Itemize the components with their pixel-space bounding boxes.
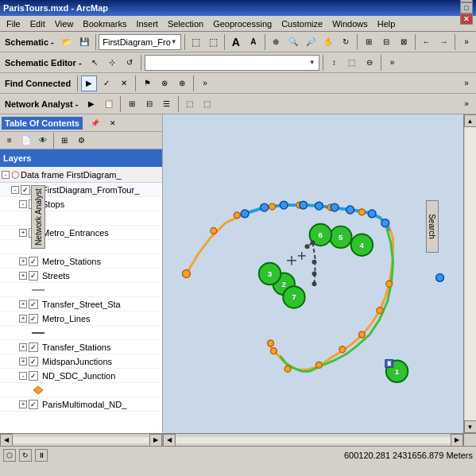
na-btn3[interactable]: ☰ <box>159 96 175 112</box>
frame-expand[interactable]: - <box>2 171 10 179</box>
toc-pin-btn[interactable]: 📌 <box>87 115 103 131</box>
na-solve-btn[interactable]: ▶ <box>83 96 99 112</box>
streets-expand[interactable]: + <box>19 272 27 280</box>
scroll-up-btn[interactable]: ▲ <box>464 114 477 127</box>
tb-select-box[interactable]: ⬚ <box>344 55 360 71</box>
left-scroll-left[interactable]: ◀ <box>0 434 13 447</box>
find-run-btn[interactable]: ▶ <box>81 75 97 91</box>
tb-collapse[interactable]: ⊟ <box>378 34 394 50</box>
zoom-out[interactable]: 🔎 <box>303 34 319 50</box>
find-clear-btn[interactable]: ✕ <box>116 75 132 91</box>
menu-geoprocessing[interactable]: Geoprocessing <box>208 17 277 30</box>
status-btn-2[interactable]: ↻ <box>19 449 32 462</box>
midspan-expand[interactable]: + <box>19 358 27 366</box>
layer-checkbox[interactable]: ✓ <box>21 185 30 195</box>
menu-edit[interactable]: Edit <box>25 17 50 30</box>
open-button[interactable]: 📂 <box>59 34 75 50</box>
tb-expand[interactable]: ⊞ <box>361 34 377 50</box>
find-select-btn[interactable]: ✓ <box>99 75 114 91</box>
save-button[interactable]: 💾 <box>76 34 92 50</box>
tb-btn-1[interactable]: ⬚ <box>188 34 203 50</box>
bottom-scroll-right[interactable]: ▶ <box>451 434 463 447</box>
search-tab[interactable]: Search <box>426 200 439 253</box>
menu-windows[interactable]: Windows <box>327 17 373 30</box>
tb-result[interactable]: ⊕ <box>174 75 190 91</box>
metro-lines-checkbox[interactable]: ✓ <box>29 314 38 323</box>
tb-barrier[interactable]: ⊗ <box>157 75 172 91</box>
editor-vertex[interactable]: ⊹ <box>104 55 120 71</box>
streets-checkbox[interactable]: ✓ <box>29 271 38 281</box>
toc-options[interactable]: ⚙ <box>73 133 89 149</box>
tb-fit[interactable]: ⊠ <box>396 34 412 50</box>
transfer-street-expand[interactable]: + <box>19 300 27 308</box>
na-directions-btn[interactable]: 📋 <box>101 96 117 112</box>
toc-visibility-view[interactable]: 👁 <box>35 133 51 149</box>
close-button[interactable]: ✕ <box>460 14 473 25</box>
toc-source-view[interactable]: 📄 <box>18 133 34 149</box>
tb-btn-2[interactable]: ⬚ <box>205 34 221 50</box>
more-btn[interactable]: » <box>459 34 474 50</box>
transfer-stations-checkbox[interactable]: ✓ <box>29 342 38 352</box>
status-pause-btn[interactable]: ⏸ <box>35 449 48 462</box>
network-analyst-tab[interactable]: Network Analyst <box>31 185 45 249</box>
transfer-street-checkbox[interactable]: ✓ <box>29 300 38 309</box>
zoom-full[interactable]: ⊕ <box>268 34 284 50</box>
paris-multi-expand[interactable]: + <box>19 401 27 408</box>
map-area[interactable]: Search <box>163 114 463 433</box>
pan-btn[interactable]: ✋ <box>320 34 336 50</box>
tb-right-more[interactable]: » <box>459 75 474 91</box>
font-a-large[interactable]: A <box>228 34 244 50</box>
refresh-btn[interactable]: ↻ <box>338 34 354 50</box>
undo-btn[interactable]: ← <box>418 34 434 50</box>
menu-selection[interactable]: Selection <box>163 17 208 30</box>
toc-list-view[interactable]: ≡ <box>2 133 17 149</box>
transfer-stations-expand[interactable]: + <box>19 343 27 351</box>
bottom-scroll-left[interactable]: ◀ <box>163 434 176 447</box>
left-scroll-track[interactable] <box>14 437 149 443</box>
na-btn5[interactable]: ⬚ <box>199 96 215 112</box>
scroll-down-btn[interactable]: ▼ <box>464 420 477 433</box>
tb-move[interactable]: ↕ <box>327 55 342 71</box>
na-btn1[interactable]: ⊞ <box>124 96 140 112</box>
menu-view[interactable]: View <box>50 17 79 30</box>
menu-help[interactable]: Help <box>373 17 401 30</box>
status-btn-1[interactable]: ⬡ <box>3 449 16 462</box>
metro-stations-checkbox[interactable]: ✓ <box>29 257 38 266</box>
maximize-button[interactable]: □ <box>460 2 473 14</box>
tb-more3[interactable]: » <box>197 75 213 91</box>
metro-lines-expand[interactable]: + <box>19 315 27 323</box>
metro-stations-expand[interactable]: + <box>19 257 27 265</box>
toc-close-btn[interactable]: ✕ <box>105 115 121 131</box>
menu-bookmarks[interactable]: Bookmarks <box>78 17 131 30</box>
editor-dropdown[interactable]: ▼ <box>145 55 319 71</box>
bottom-scroll-track[interactable] <box>176 437 451 443</box>
menu-insert[interactable]: Insert <box>131 17 163 30</box>
tb-more2[interactable]: » <box>385 55 401 71</box>
left-scroll-right[interactable]: ▶ <box>149 434 162 447</box>
redo-btn[interactable]: → <box>435 34 451 50</box>
na-btn4[interactable]: ⬚ <box>182 96 198 112</box>
na-btn2[interactable]: ⊟ <box>141 96 157 112</box>
nd-sdc-checkbox[interactable]: ✓ <box>29 371 38 381</box>
nd-sdc-expand[interactable]: - <box>19 372 27 380</box>
na-more[interactable]: » <box>459 96 474 112</box>
tb-deselect[interactable]: ⊖ <box>362 55 377 71</box>
toc-expand-all[interactable]: ⊞ <box>56 133 72 149</box>
paris-multi-checkbox[interactable]: ✓ <box>29 400 38 409</box>
editor-pointer[interactable]: ↖ <box>87 55 103 71</box>
menu-file[interactable]: File <box>2 17 25 30</box>
sep6 <box>415 34 416 50</box>
tb-flag[interactable]: ⚑ <box>139 75 155 91</box>
layer-expand[interactable]: - <box>11 186 19 194</box>
scroll-track[interactable] <box>465 127 476 420</box>
svg-point-42 <box>312 260 317 265</box>
menu-customize[interactable]: Customize <box>277 17 327 30</box>
zoom-in[interactable]: 🔍 <box>285 34 301 50</box>
svg-point-9 <box>269 203 276 210</box>
midspan-checkbox[interactable]: ✓ <box>29 357 38 366</box>
editor-rotate[interactable]: ↺ <box>122 55 137 71</box>
stops-expand[interactable]: - <box>19 200 27 208</box>
font-a-small[interactable]: A <box>246 34 261 50</box>
metro-entrances-expand[interactable]: + <box>19 229 27 237</box>
diagram-dropdown[interactable]: FirstDiagram_FromTour1 ▼ <box>99 34 180 50</box>
